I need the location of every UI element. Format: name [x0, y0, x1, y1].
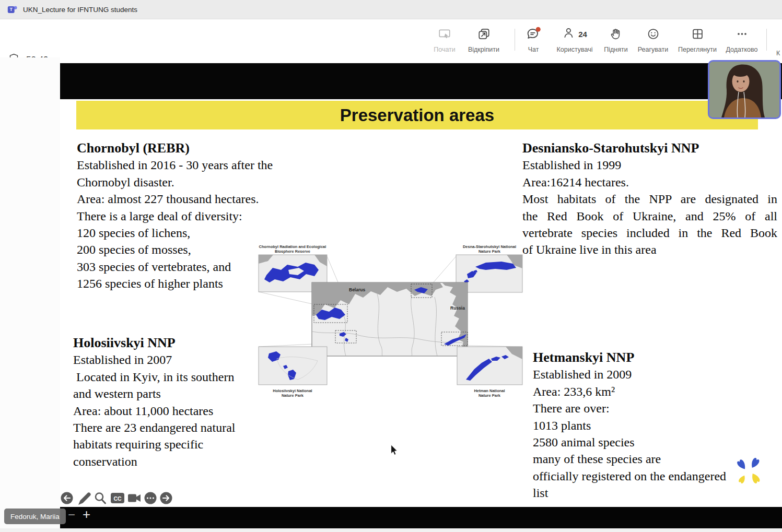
unpin-icon	[477, 26, 491, 42]
inset-label: Hetman National	[474, 388, 505, 393]
meeting-toolbar: 50:49 Почати Відкріпити	[0, 19, 782, 58]
button-label: Додатково	[726, 46, 758, 53]
slide-text-line: the Red Book of Ukraine, and 25% of all	[522, 208, 777, 224]
pen-tool-button[interactable]	[78, 492, 91, 505]
inset-label: Nature Park	[478, 249, 501, 254]
raise-hand-button[interactable]: Підняти	[600, 26, 632, 53]
bottom-strip	[0, 528, 782, 532]
slide-text-line: Established in 1999	[522, 157, 777, 173]
slide-text-line: Area: almost 227 thousand hectares.	[77, 191, 322, 207]
meeting-title: UKN_Lecture for IFNTUNG students	[23, 6, 137, 14]
start-presenting-button[interactable]: Почати	[426, 26, 463, 53]
teams-logo-icon: T	[7, 4, 18, 15]
svg-text:CC: CC	[113, 495, 122, 502]
button-label: Користувачі	[556, 46, 592, 53]
inset-label: Chornobyl Radiation and Ecological	[259, 244, 326, 249]
share-screen-icon	[437, 26, 452, 42]
inset-label: Holosiivskyi National	[273, 388, 312, 393]
chat-button[interactable]: Чат	[518, 26, 548, 53]
ukraine-clover-logo	[733, 455, 764, 491]
button-label: Реагувати	[638, 46, 668, 53]
slide-top-black-bar	[60, 63, 782, 99]
inset-label: Desna-Starohutskyi National	[463, 244, 516, 249]
react-button[interactable]: Реагувати	[634, 26, 672, 53]
closed-captions-button[interactable]: CC	[111, 493, 124, 503]
presenter-video-thumbnail[interactable]	[708, 60, 781, 119]
desniansko-text-block: Desniansko-Starohutskyi NNP Established …	[522, 140, 777, 258]
magnifier-button[interactable]	[96, 493, 106, 504]
previous-slide-button[interactable]	[61, 492, 73, 504]
slide-text-line: There are over:	[533, 400, 778, 417]
slide-title-banner: Preservation areas	[76, 101, 758, 129]
ukraine-reserves-map: Chornobyl Radiation and Ecological Biosp…	[256, 238, 528, 407]
camera-control-button[interactable]	[128, 494, 141, 502]
block-heading: Desniansko-Starohutskyi NNP	[522, 140, 777, 157]
teams-meeting-window: T UKN_Lecture for IFNTUNG students 50:49…	[0, 0, 782, 532]
more-button[interactable]: Додатково	[722, 26, 761, 53]
inset-label: Biosphere Reserve	[275, 249, 310, 254]
toolbar-divider	[766, 29, 767, 51]
slide-text-line: Area:16214 hectares.	[522, 174, 777, 191]
mouse-cursor	[390, 445, 398, 458]
participants-button[interactable]: 24 Користувачі	[551, 26, 598, 53]
presenter-name: Fedoruk, Mariia	[10, 513, 60, 521]
presentation-stage: Preservation areas Chornobyl (REBR) Esta…	[0, 57, 782, 532]
clipped-button-label[interactable]: К	[776, 50, 780, 57]
main-map: Belarus Russia	[312, 282, 468, 356]
people-icon	[562, 26, 576, 42]
button-label: Підняти	[604, 46, 627, 53]
svg-text:T: T	[9, 7, 13, 12]
slide-text-line: There are 23 endangered natural	[73, 419, 319, 436]
slide-text-line: conservation	[73, 453, 319, 470]
inset-label: Nature Park	[282, 393, 304, 398]
country-label: Belarus	[349, 287, 365, 292]
slide-text-line: 2580 animal species	[533, 434, 778, 451]
country-label: Russia	[450, 305, 465, 311]
view-button[interactable]: Переглянути	[674, 26, 721, 53]
block-heading: Hetmanskyi NNP	[533, 349, 778, 366]
unpin-button[interactable]: Відкріпити	[463, 26, 504, 53]
slide-text-line: Chornobyl disaster.	[77, 174, 322, 191]
button-label: Чат	[528, 46, 539, 53]
ellipsis-icon	[735, 26, 749, 42]
button-label: Переглянути	[678, 46, 717, 53]
slide-text-line: Area: 233,6 km²	[533, 383, 778, 400]
block-heading: Chornobyl (REBR)	[77, 140, 322, 157]
inset-holosiivskyi: Holosiivskyi National Nature Park	[259, 347, 327, 398]
slide-text-line: There is a large deal of diversity:	[77, 208, 322, 224]
slide-text-line: 1013 plants	[533, 417, 778, 434]
zoom-in-button[interactable]: +	[83, 506, 90, 523]
chat-notification-dot	[536, 27, 541, 32]
slide-text-line: of Ukraine live in this area	[522, 241, 777, 258]
slide-bottom-black-bar	[60, 507, 782, 528]
inset-hetman: Hetman National Nature Park	[457, 347, 522, 398]
zoom-out-button[interactable]: −	[68, 507, 75, 522]
presenter-portrait	[709, 62, 779, 117]
toolbar-divider	[515, 29, 515, 51]
slide-text-line: Established in 2009	[533, 366, 778, 383]
presenter-name-badge: Fedoruk, Mariia	[4, 509, 66, 524]
slide-text-line: Most habitats of the NPP are designated …	[522, 191, 777, 207]
smiley-icon	[646, 26, 660, 42]
raised-hand-icon	[609, 26, 623, 42]
slide-title: Preservation areas	[340, 105, 494, 125]
participant-count: 24	[578, 30, 587, 39]
inset-label: Nature Park	[478, 393, 501, 398]
button-label: Відкріпити	[468, 46, 499, 53]
slide-text-line: habitats requiring specific	[73, 436, 319, 453]
slide-text-line: vertebrate species included in the Red B…	[522, 224, 777, 241]
slide-text-line: Established in 2016 - 30 years after the	[77, 157, 322, 173]
chat-icon	[526, 26, 541, 42]
next-slide-button[interactable]	[160, 492, 172, 504]
button-label: Почати	[434, 46, 456, 53]
grid-view-icon	[691, 26, 705, 42]
more-controls-button[interactable]	[145, 492, 157, 504]
window-titlebar: T UKN_Lecture for IFNTUNG students	[0, 0, 782, 19]
